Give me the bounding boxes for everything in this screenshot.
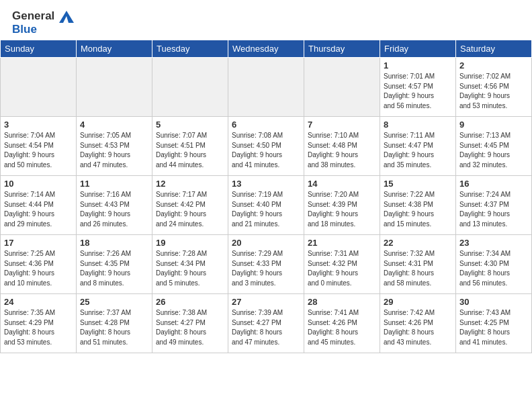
day-info: Sunrise: 7:11 AM Sunset: 4:47 PM Dayligh…: [384, 132, 435, 169]
day-number: 12: [156, 179, 224, 189]
day-info: Sunrise: 7:24 AM Sunset: 4:37 PM Dayligh…: [459, 191, 511, 228]
day-number: 8: [384, 120, 452, 130]
calendar-cell-2: 2Sunrise: 7:02 AM Sunset: 4:56 PM Daylig…: [456, 58, 532, 117]
day-number: 22: [384, 238, 452, 248]
calendar-cell-26: 26Sunrise: 7:38 AM Sunset: 4:27 PM Dayli…: [152, 294, 228, 353]
weekday-header-friday: Friday: [380, 40, 456, 58]
day-info: Sunrise: 7:16 AM Sunset: 4:43 PM Dayligh…: [80, 191, 131, 228]
calendar-cell-5: 5Sunrise: 7:07 AM Sunset: 4:51 PM Daylig…: [152, 117, 228, 176]
calendar-cell-24: 24Sunrise: 7:35 AM Sunset: 4:29 PM Dayli…: [1, 294, 77, 353]
day-number: 17: [4, 238, 73, 248]
day-number: 27: [232, 297, 300, 307]
calendar-cell-10: 10Sunrise: 7:14 AM Sunset: 4:44 PM Dayli…: [1, 176, 77, 235]
calendar-cell-12: 12Sunrise: 7:17 AM Sunset: 4:42 PM Dayli…: [152, 176, 228, 235]
calendar-cell-7: 7Sunrise: 7:10 AM Sunset: 4:48 PM Daylig…: [304, 117, 380, 176]
day-number: 11: [80, 179, 148, 189]
day-number: 1: [384, 60, 452, 71]
day-number: 2: [459, 60, 528, 71]
calendar-cell-20: 20Sunrise: 7:29 AM Sunset: 4:33 PM Dayli…: [228, 235, 304, 294]
day-info: Sunrise: 7:43 AM Sunset: 4:25 PM Dayligh…: [459, 309, 511, 346]
header: General Blue: [0, 0, 532, 40]
day-info: Sunrise: 7:34 AM Sunset: 4:30 PM Dayligh…: [459, 250, 511, 287]
day-number: 21: [308, 238, 376, 248]
day-info: Sunrise: 7:28 AM Sunset: 4:34 PM Dayligh…: [156, 250, 207, 287]
day-number: 3: [4, 120, 73, 130]
calendar-cell-28: 28Sunrise: 7:41 AM Sunset: 4:26 PM Dayli…: [304, 294, 380, 353]
calendar-cell-3: 3Sunrise: 7:04 AM Sunset: 4:54 PM Daylig…: [1, 117, 77, 176]
day-number: 4: [80, 120, 148, 130]
day-info: Sunrise: 7:26 AM Sunset: 4:35 PM Dayligh…: [80, 250, 131, 287]
day-info: Sunrise: 7:31 AM Sunset: 4:32 PM Dayligh…: [308, 250, 359, 287]
day-info: Sunrise: 7:35 AM Sunset: 4:29 PM Dayligh…: [4, 309, 55, 346]
day-info: Sunrise: 7:08 AM Sunset: 4:50 PM Dayligh…: [232, 132, 283, 169]
day-info: Sunrise: 7:05 AM Sunset: 4:53 PM Dayligh…: [80, 132, 131, 169]
logo-text: General Blue: [12, 9, 74, 36]
day-info: Sunrise: 7:14 AM Sunset: 4:44 PM Dayligh…: [4, 191, 55, 228]
calendar-cell-empty: [304, 58, 380, 117]
weekday-header-thursday: Thursday: [304, 40, 380, 58]
logo: General Blue: [12, 9, 74, 36]
calendar-cell-empty: [77, 58, 152, 117]
day-info: Sunrise: 7:01 AM Sunset: 4:57 PM Dayligh…: [384, 73, 435, 109]
day-info: Sunrise: 7:42 AM Sunset: 4:26 PM Dayligh…: [384, 309, 435, 346]
calendar-cell-14: 14Sunrise: 7:20 AM Sunset: 4:39 PM Dayli…: [304, 176, 380, 235]
day-info: Sunrise: 7:10 AM Sunset: 4:48 PM Dayligh…: [308, 132, 359, 169]
calendar-cell-16: 16Sunrise: 7:24 AM Sunset: 4:37 PM Dayli…: [456, 176, 532, 235]
day-number: 13: [232, 179, 300, 189]
day-info: Sunrise: 7:19 AM Sunset: 4:40 PM Dayligh…: [232, 191, 283, 228]
day-info: Sunrise: 7:25 AM Sunset: 4:36 PM Dayligh…: [4, 250, 55, 287]
day-number: 5: [156, 120, 224, 130]
weekday-header-monday: Monday: [77, 40, 152, 58]
calendar-cell-19: 19Sunrise: 7:28 AM Sunset: 4:34 PM Dayli…: [152, 235, 228, 294]
day-info: Sunrise: 7:39 AM Sunset: 4:27 PM Dayligh…: [232, 309, 283, 346]
calendar-cell-30: 30Sunrise: 7:43 AM Sunset: 4:25 PM Dayli…: [456, 294, 532, 353]
day-info: Sunrise: 7:32 AM Sunset: 4:31 PM Dayligh…: [384, 250, 435, 287]
calendar-cell-17: 17Sunrise: 7:25 AM Sunset: 4:36 PM Dayli…: [1, 235, 77, 294]
day-number: 9: [459, 120, 528, 130]
day-number: 28: [308, 297, 376, 307]
day-info: Sunrise: 7:02 AM Sunset: 4:56 PM Dayligh…: [459, 73, 511, 109]
calendar-cell-empty: [228, 58, 304, 117]
weekday-header-tuesday: Tuesday: [152, 40, 228, 58]
calendar-cell-13: 13Sunrise: 7:19 AM Sunset: 4:40 PM Dayli…: [228, 176, 304, 235]
day-info: Sunrise: 7:37 AM Sunset: 4:28 PM Dayligh…: [80, 309, 131, 346]
day-info: Sunrise: 7:22 AM Sunset: 4:38 PM Dayligh…: [384, 191, 435, 228]
day-number: 20: [232, 238, 300, 248]
day-number: 25: [80, 297, 148, 307]
day-info: Sunrise: 7:29 AM Sunset: 4:33 PM Dayligh…: [232, 250, 283, 287]
day-number: 30: [459, 297, 528, 307]
weekday-header-sunday: Sunday: [1, 40, 77, 58]
day-info: Sunrise: 7:07 AM Sunset: 4:51 PM Dayligh…: [156, 132, 207, 169]
day-number: 19: [156, 238, 224, 248]
day-number: 18: [80, 238, 148, 248]
day-number: 29: [384, 297, 452, 307]
day-number: 16: [459, 179, 528, 189]
day-info: Sunrise: 7:20 AM Sunset: 4:39 PM Dayligh…: [308, 191, 359, 228]
calendar-cell-15: 15Sunrise: 7:22 AM Sunset: 4:38 PM Dayli…: [380, 176, 456, 235]
calendar-cell-8: 8Sunrise: 7:11 AM Sunset: 4:47 PM Daylig…: [380, 117, 456, 176]
day-number: 14: [308, 179, 376, 189]
calendar-cell-27: 27Sunrise: 7:39 AM Sunset: 4:27 PM Dayli…: [228, 294, 304, 353]
day-number: 10: [4, 179, 73, 189]
calendar-cell-9: 9Sunrise: 7:13 AM Sunset: 4:45 PM Daylig…: [456, 117, 532, 176]
calendar-cell-21: 21Sunrise: 7:31 AM Sunset: 4:32 PM Dayli…: [304, 235, 380, 294]
day-info: Sunrise: 7:41 AM Sunset: 4:26 PM Dayligh…: [308, 309, 359, 346]
day-info: Sunrise: 7:17 AM Sunset: 4:42 PM Dayligh…: [156, 191, 207, 228]
calendar-cell-22: 22Sunrise: 7:32 AM Sunset: 4:31 PM Dayli…: [380, 235, 456, 294]
calendar-cell-25: 25Sunrise: 7:37 AM Sunset: 4:28 PM Dayli…: [77, 294, 152, 353]
day-info: Sunrise: 7:38 AM Sunset: 4:27 PM Dayligh…: [156, 309, 207, 346]
calendar-cell-6: 6Sunrise: 7:08 AM Sunset: 4:50 PM Daylig…: [228, 117, 304, 176]
weekday-header-saturday: Saturday: [456, 40, 532, 58]
calendar-cell-18: 18Sunrise: 7:26 AM Sunset: 4:35 PM Dayli…: [77, 235, 152, 294]
logo-icon: [59, 11, 74, 23]
calendar-cell-23: 23Sunrise: 7:34 AM Sunset: 4:30 PM Dayli…: [456, 235, 532, 294]
day-number: 23: [459, 238, 528, 248]
calendar-cell-4: 4Sunrise: 7:05 AM Sunset: 4:53 PM Daylig…: [77, 117, 152, 176]
day-info: Sunrise: 7:04 AM Sunset: 4:54 PM Dayligh…: [4, 132, 55, 169]
calendar-cell-29: 29Sunrise: 7:42 AM Sunset: 4:26 PM Dayli…: [380, 294, 456, 353]
day-number: 6: [232, 120, 300, 130]
day-number: 7: [308, 120, 376, 130]
calendar-cell-1: 1Sunrise: 7:01 AM Sunset: 4:57 PM Daylig…: [380, 58, 456, 117]
day-number: 24: [4, 297, 73, 307]
calendar: SundayMondayTuesdayWednesdayThursdayFrid…: [0, 40, 532, 353]
